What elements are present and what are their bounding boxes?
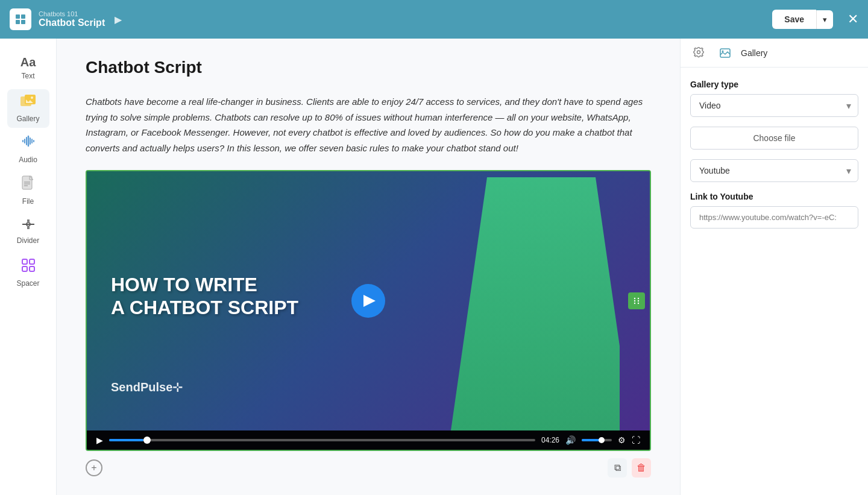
gallery-type-select[interactable]: Video Image Slider xyxy=(690,94,858,117)
video-controls: ▶ 04:26 🔊 ⚙ ⛶ xyxy=(87,430,650,450)
breadcrumb: Chatbots 101 xyxy=(39,10,105,17)
svg-point-26 xyxy=(638,303,639,304)
header-title-group: Chatbots 101 Chatbot Script xyxy=(39,10,105,28)
gallery-icon xyxy=(20,94,37,112)
play-button[interactable] xyxy=(351,284,385,318)
gallery-type-select-wrapper: Video Image Slider ▾ xyxy=(690,94,858,117)
link-section: Link to Youtube xyxy=(690,192,858,229)
svg-rect-0 xyxy=(16,14,20,19)
panel-content: Gallery type Video Image Slider ▾ Choose… xyxy=(681,68,868,241)
youtube-link-input[interactable] xyxy=(690,206,858,229)
volume-bar[interactable] xyxy=(582,439,612,441)
sidebar-item-gallery[interactable]: Gallery xyxy=(7,89,49,128)
main-layout: Aa Text Gallery xyxy=(0,39,868,495)
svg-point-27 xyxy=(697,51,700,54)
fullscreen-icon[interactable]: ⛶ xyxy=(632,435,640,445)
copy-block-button[interactable]: ⧉ xyxy=(608,458,627,478)
svg-rect-18 xyxy=(30,259,34,264)
sidebar-item-divider[interactable]: Divider xyxy=(7,212,49,251)
block-bottom-bar: + ⧉ 🗑 xyxy=(86,453,651,482)
drag-handle[interactable] xyxy=(628,292,645,309)
add-block-button[interactable]: + xyxy=(86,459,102,476)
file-icon xyxy=(22,175,35,195)
svg-point-25 xyxy=(634,303,635,304)
video-container: HOW TO WRITE A CHATBOT SCRIPT SendPulse⊹ xyxy=(87,171,650,430)
sidebar-item-text[interactable]: Aa Text xyxy=(7,48,49,87)
svg-rect-7 xyxy=(22,176,32,189)
play-icon xyxy=(363,295,376,307)
svg-rect-19 xyxy=(22,266,27,271)
play-pause-button[interactable]: ▶ xyxy=(96,435,103,445)
svg-rect-20 xyxy=(30,266,34,271)
panel-tab-gallery-label[interactable]: Gallery xyxy=(741,48,767,58)
sidebar: Aa Text Gallery xyxy=(0,39,57,495)
save-button-group: Save ▾ xyxy=(772,10,833,29)
page-title-header: Chatbot Script xyxy=(39,17,105,28)
svg-point-29 xyxy=(722,50,724,52)
sidebar-label-text: Text xyxy=(21,72,34,80)
choose-file-button[interactable]: Choose file xyxy=(690,127,858,150)
svg-point-23 xyxy=(634,300,635,301)
save-dropdown-button[interactable]: ▾ xyxy=(816,10,833,29)
gallery-type-label: Gallery type xyxy=(690,80,858,89)
block-actions: ⧉ 🗑 xyxy=(608,458,651,478)
video-title-line2: A CHATBOT SCRIPT xyxy=(111,296,298,319)
header: Chatbots 101 Chatbot Script ▶ Save ▾ ✕ xyxy=(0,0,868,39)
sidebar-item-file[interactable]: File xyxy=(7,171,49,210)
spacer-icon xyxy=(20,257,36,277)
gallery-type-section: Gallery type Video Image Slider ▾ xyxy=(690,80,858,117)
svg-rect-3 xyxy=(21,20,25,24)
svg-rect-1 xyxy=(21,14,25,19)
settings-icon[interactable]: ⚙ xyxy=(618,435,626,445)
delete-icon: 🗑 xyxy=(637,462,646,473)
progress-bar[interactable] xyxy=(109,439,535,441)
delete-block-button[interactable]: 🗑 xyxy=(632,458,651,478)
page-title: Chatbot Script xyxy=(86,58,651,77)
divider-icon xyxy=(21,218,36,234)
panel-tabs: Gallery xyxy=(681,39,868,68)
sendpulse-brand: SendPulse⊹ xyxy=(111,380,183,394)
video-title-text: HOW TO WRITE A CHATBOT SCRIPT xyxy=(111,273,298,320)
volume-fill xyxy=(582,439,600,441)
panel-tab-gallery-icon[interactable] xyxy=(714,42,736,64)
time-display: 04:26 xyxy=(541,436,559,444)
save-button[interactable]: Save xyxy=(772,10,816,29)
source-select[interactable]: Youtube Vimeo Upload xyxy=(690,159,858,182)
sidebar-label-spacer: Spacer xyxy=(16,279,39,288)
volume-dot xyxy=(599,437,605,443)
sidebar-item-audio[interactable]: Audio xyxy=(7,130,49,169)
sendpulse-text: SendPulse⊹ xyxy=(111,380,183,394)
progress-dot xyxy=(143,437,151,444)
copy-icon: ⧉ xyxy=(614,462,621,473)
audio-icon xyxy=(21,135,36,153)
panel-tab-settings-icon[interactable] xyxy=(688,42,709,64)
sidebar-label-divider: Divider xyxy=(17,236,39,245)
svg-point-22 xyxy=(638,298,639,299)
sidebar-label-gallery: Gallery xyxy=(16,115,39,123)
volume-icon[interactable]: 🔊 xyxy=(565,435,576,445)
link-label: Link to Youtube xyxy=(690,192,858,201)
svg-point-24 xyxy=(638,300,639,301)
source-select-wrapper: Youtube Vimeo Upload ▾ xyxy=(690,159,858,182)
sidebar-label-file: File xyxy=(22,197,34,206)
svg-rect-17 xyxy=(22,259,27,264)
add-icon: + xyxy=(91,462,96,473)
person-background xyxy=(415,171,620,430)
progress-fill xyxy=(109,439,143,441)
video-title-line1: HOW TO WRITE xyxy=(111,273,298,296)
text-icon: Aa xyxy=(20,55,36,69)
video-block: HOW TO WRITE A CHATBOT SCRIPT SendPulse⊹ xyxy=(86,170,651,451)
svg-rect-2 xyxy=(16,20,20,24)
close-button[interactable]: ✕ xyxy=(848,11,858,27)
app-logo xyxy=(10,8,31,30)
svg-point-6 xyxy=(31,96,33,99)
right-panel: Gallery Gallery type Video Image Slider … xyxy=(680,39,868,495)
svg-point-21 xyxy=(634,298,635,299)
body-text: Chatbots have become a real life-changer… xyxy=(86,94,651,156)
sidebar-item-spacer[interactable]: Spacer xyxy=(7,253,49,292)
breadcrumb-chevron-icon: ▶ xyxy=(115,14,122,25)
content-area: Chatbot Script Chatbots have become a re… xyxy=(57,39,680,495)
sidebar-label-audio: Audio xyxy=(19,156,37,164)
